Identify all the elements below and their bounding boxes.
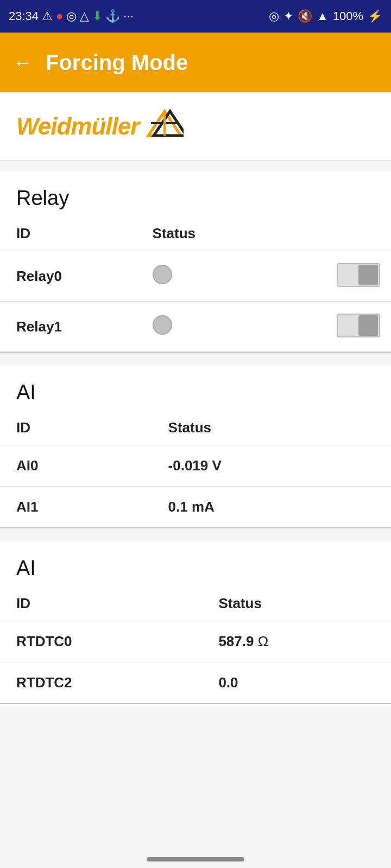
relay-col-status: Status [136,216,268,251]
wifi-icon: ▲ [317,9,329,23]
relay0-toggle[interactable] [337,263,380,287]
relay1-id: Relay1 [0,302,136,353]
ai-section-2: AI ID Status RTDTC0 587.9 Ω RTDTC2 0.0 [0,541,391,704]
circle-arrow-icon: ◎ [66,9,77,23]
weidmuller-logo-svg [146,108,184,138]
ai2-table-header: ID Status [0,586,391,621]
relay0-toggle-cell [268,251,391,302]
battery-icon: ⚡ [368,9,382,23]
app-bar: ← Forcing Mode [0,33,391,92]
ai2-col-status: Status [202,586,391,621]
relay-section: Relay ID Status Relay0 R [0,171,391,353]
ai1-table: ID Status AI0 -0.019 V AI1 0.1 mA [0,411,391,528]
ai1-status: 0.1 mA [152,487,391,528]
relay1-toggle-cell [268,302,391,353]
table-row: Relay1 [0,302,391,353]
bluetooth-icon: ✦ [283,9,293,23]
download-icon-2: ⚓ [105,9,120,23]
ai1-col-status: Status [152,411,391,445]
mute-icon: 🔇 [298,9,312,23]
triangle-icon: △ [80,9,89,23]
status-time: 23:34 [9,9,39,23]
ai1-col-id: ID [0,411,152,445]
status-bar: 23:34 ⚠ ● ◎ △ ⬇ ⚓ ··· ◎ ✦ 🔇 ▲ 100% ⚡ [0,0,391,33]
warning-icon: ⚠ [42,9,53,23]
relay-col-id: ID [0,216,136,251]
relay1-status-circle [153,315,172,335]
rtdtc0-status: 587.9 Ω [202,621,391,662]
scroll-indicator [147,857,244,861]
table-row: Relay0 [0,251,391,302]
status-bar-left: 23:34 ⚠ ● ◎ △ ⬇ ⚓ ··· [9,9,134,23]
ai2-table: ID Status RTDTC0 587.9 Ω RTDTC2 0.0 [0,586,391,704]
relay-col-toggle [268,216,391,251]
download-icon-1: ⬇ [92,9,102,23]
relay0-toggle-thumb [358,265,378,285]
status-bar-right: ◎ ✦ 🔇 ▲ 100% ⚡ [269,9,382,23]
ai0-status: -0.019 V [152,445,391,487]
location-icon: ◎ [269,9,279,23]
table-row: AI1 0.1 mA [0,487,391,528]
rtdtc2-id: RTDTC2 [0,662,202,704]
ai1-section-title: AI [0,366,391,411]
ai0-id: AI0 [0,445,152,487]
logo-card: Weidmüller [0,92,391,161]
relay0-status [136,251,268,302]
relay0-status-circle [153,265,172,284]
omega-symbol: Ω [258,633,268,649]
relay1-toggle-thumb [358,315,378,336]
relay-table-header: ID Status [0,216,391,251]
rtdtc2-status: 0.0 [202,662,391,704]
ai-section-1: AI ID Status AI0 -0.019 V AI1 0.1 mA [0,366,391,528]
relay0-id: Relay0 [0,251,136,302]
brand-icon [146,108,184,144]
table-row: AI0 -0.019 V [0,445,391,487]
table-row: RTDTC2 0.0 [0,662,391,704]
relay-section-title: Relay [0,171,391,216]
relay1-status [136,302,268,353]
battery-text: 100% [333,9,363,23]
ai2-section-title: AI [0,541,391,586]
more-icon: ··· [123,9,133,23]
page-title: Forcing Mode [46,50,188,75]
back-button[interactable]: ← [13,51,33,74]
logo-container: Weidmüller [16,108,375,144]
relay1-toggle[interactable] [337,314,380,337]
table-row: RTDTC0 587.9 Ω [0,621,391,662]
ai1-id: AI1 [0,487,152,528]
relay-table: ID Status Relay0 Relay1 [0,216,391,353]
brand-name: Weidmüller [16,113,139,140]
ai2-col-id: ID [0,586,202,621]
ai1-table-header: ID Status [0,411,391,445]
rtdtc0-id: RTDTC0 [0,621,202,662]
multicolor-icon: ● [56,9,63,23]
